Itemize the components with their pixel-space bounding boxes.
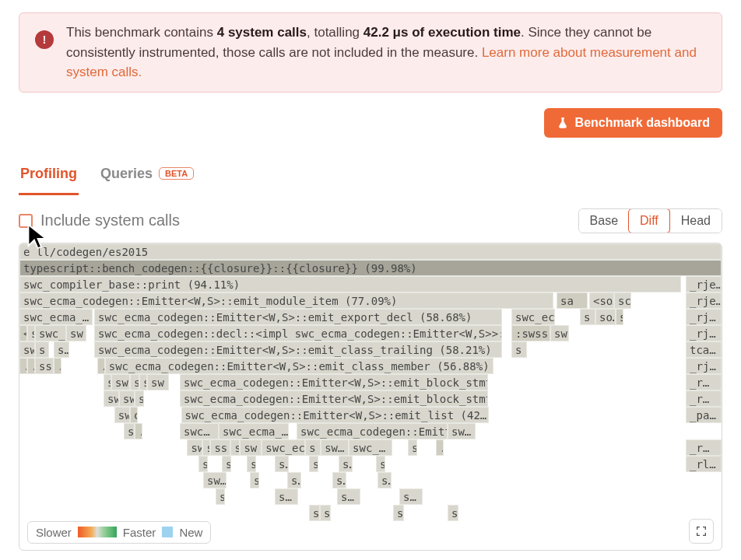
view-base-button[interactable]: Base (579, 209, 629, 233)
flame-frame[interactable]: swc… (180, 423, 219, 439)
flame-frame[interactable]: sw (550, 325, 569, 341)
flame-frame[interactable]: s (448, 505, 458, 521)
flame-frame[interactable]: sa (557, 292, 588, 309)
flame-frame[interactable]: . (19, 358, 27, 374)
flame-frame[interactable]: swc_compiler_base::print (94.11%) (19, 276, 681, 292)
flame-frame[interactable]: s (305, 439, 321, 456)
flame-frame[interactable]: s (250, 472, 259, 488)
flame-frame[interactable]: _r… (686, 390, 722, 407)
flame-frame[interactable]: s (198, 456, 208, 472)
flame-frame[interactable]: swc_ecma_… (219, 423, 289, 439)
flame-frame[interactable]: sw (114, 407, 130, 423)
flame-frame[interactable]: _rl… (686, 456, 722, 472)
flame-frame[interactable]: s… (54, 341, 69, 358)
include-system-calls[interactable]: Include system calls (19, 212, 180, 229)
flame-frame[interactable]: s (393, 505, 404, 521)
flame-frame[interactable]: sw… (321, 439, 349, 456)
flame-frame[interactable]: < (19, 325, 27, 341)
flame-frame[interactable]: sw… (203, 472, 227, 488)
flame-frame[interactable]: _rj… (686, 358, 722, 374)
flame-frame[interactable]: s… (27, 325, 35, 341)
flame-frame[interactable]: ss (35, 358, 54, 374)
flame-frame[interactable]: e ll/codegen/es2015 (19, 243, 722, 260)
flame-frame[interactable]: _rj… (686, 325, 722, 341)
flame-frame[interactable]: swc_ecma_codegen::Emitter<W,S>::emit_blo… (180, 374, 488, 390)
flame-frame[interactable]: swc_ecma_… (19, 309, 93, 325)
flame-frame[interactable]: <so… (589, 292, 614, 309)
flame-frame[interactable]: s… (139, 374, 147, 390)
flame-frame[interactable]: _rje… (686, 276, 722, 292)
flame-frame[interactable]: s… (337, 488, 360, 505)
flame-frame[interactable]: s (135, 390, 144, 407)
flame-frame[interactable]: swc_ecma_codegen::Emitter<W,S>::emit_cla… (94, 341, 502, 358)
flame-frame[interactable]: s… (339, 456, 353, 472)
flame-frame[interactable]: so… (595, 309, 616, 325)
flame-frame[interactable]: _pa… (686, 407, 722, 423)
flame-frame[interactable]: s… (332, 472, 346, 488)
flame-frame[interactable]: _rj… (686, 309, 722, 325)
flame-frame[interactable]: s (124, 423, 135, 439)
flame-frame[interactable]: sw (66, 325, 86, 341)
flame-frame[interactable]: s (104, 374, 111, 390)
flame-frame[interactable]: sw (240, 439, 262, 456)
flame-frame[interactable]: s (320, 505, 331, 521)
flame-frame[interactable]: s… (275, 488, 298, 505)
flame-frame[interactable]: s… (287, 472, 301, 488)
flame-frame[interactable]: s (247, 456, 256, 472)
flame-frame[interactable]: s (216, 488, 225, 505)
flame-frame[interactable]: s (130, 374, 139, 390)
flame-frame[interactable]: sc… (614, 292, 631, 309)
flame-frame[interactable]: s (309, 456, 318, 472)
flame-frame[interactable]: sw (119, 390, 135, 407)
flame-frame[interactable]: s (309, 505, 320, 521)
flame-frame[interactable]: swc_… (35, 325, 66, 341)
fullscreen-button[interactable] (689, 519, 714, 544)
flame-frame[interactable]: . (27, 358, 35, 374)
view-head-button[interactable]: Head (669, 209, 722, 233)
flame-frame[interactable]: tca… (686, 341, 722, 358)
flame-frame[interactable]: . (97, 358, 105, 374)
flame-frame[interactable]: s (511, 341, 527, 358)
flame-frame[interactable]: sw (187, 439, 202, 456)
flame-frame[interactable]: swc_ecma_codegen::Emitter<W,S>::emit_lis… (181, 407, 489, 423)
flame-frame[interactable]: sw (104, 390, 119, 407)
flame-frame[interactable]: s (230, 439, 240, 456)
flame-frame[interactable]: s (376, 456, 385, 472)
flame-frame[interactable]: swc_ecma_codegen::decl::<impl swc_ecma_c… (94, 325, 502, 341)
flame-frame[interactable]: swc_ecma_codegen::Emitter<W,S>::emit_mod… (19, 292, 553, 309)
flame-frame[interactable]: _rje… (686, 292, 722, 309)
flame-frame[interactable]: _r… (686, 374, 722, 390)
flame-frame[interactable]: s… (399, 488, 423, 505)
flame-frame[interactable]: s… (275, 456, 289, 472)
flame-frame[interactable]: swc_… (349, 439, 392, 456)
flame-frame[interactable]: s… (378, 472, 392, 488)
flame-frame[interactable]: sw (19, 341, 35, 358)
flame-frame[interactable]: s (408, 439, 417, 456)
flame-frame[interactable]: swc_ecma_codegen::Emitter<W,S>::emit_cla… (105, 358, 494, 374)
flame-frame[interactable]: s (35, 341, 49, 358)
view-diff-button[interactable]: Diff (628, 208, 670, 233)
flame-frame[interactable]: sw… (448, 423, 476, 439)
flame-frame[interactable]: . (54, 358, 61, 374)
flame-frame[interactable]: sw (147, 374, 169, 390)
flame-frame[interactable]: swc_ecma_codegen::Emitter<W,S>::emit_blo… (180, 390, 488, 407)
flame-frame[interactable]: ss (210, 439, 230, 456)
flame-frame[interactable]: c (130, 407, 138, 423)
include-system-calls-checkbox[interactable] (19, 214, 33, 228)
benchmark-dashboard-button[interactable]: Benchmark dashboard (544, 108, 722, 138)
flame-frame[interactable]: s (202, 439, 210, 456)
flame-frame[interactable]: swc_ec… (262, 439, 305, 456)
flame-frame[interactable]: . (436, 439, 444, 456)
flame-frame[interactable]: _r… (686, 439, 722, 456)
flame-frame[interactable]: typescript::bench_codegen::{{closure}}::… (19, 260, 722, 276)
tab-queries[interactable]: Queries BETA (99, 161, 195, 195)
flamegraph[interactable]: e ll/codegen/es2015typescript::bench_cod… (19, 243, 722, 551)
flame-frame[interactable]: s (222, 456, 231, 472)
tab-profiling[interactable]: Profiling (19, 161, 79, 195)
flame-frame[interactable]: swc_ecma_codegen::Emitter<W,S>::emit_exp… (94, 309, 502, 325)
flame-frame[interactable]: swc_ec… (511, 309, 555, 325)
flame-frame[interactable]: s (616, 309, 623, 325)
flame-frame[interactable]: sw (111, 374, 130, 390)
flame-frame[interactable]: :swss (511, 325, 550, 341)
flame-frame[interactable]: s (580, 309, 595, 325)
